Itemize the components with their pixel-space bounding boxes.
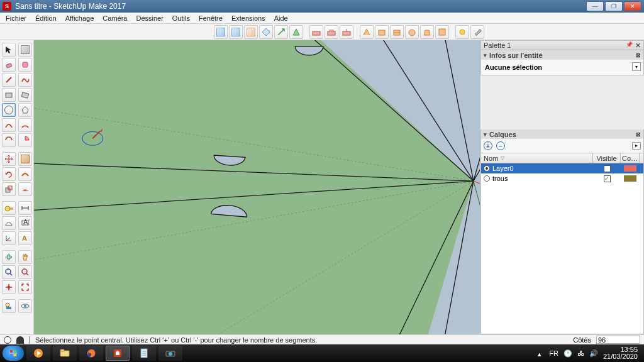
axes-tool-icon[interactable] <box>2 231 16 245</box>
tool-wrench-icon[interactable] <box>470 25 484 39</box>
tool-orange5-icon[interactable] <box>420 25 434 39</box>
circle-tool-icon[interactable] <box>2 103 16 117</box>
tray-overflow-icon[interactable]: ▴ <box>538 350 544 356</box>
taskbar-sketchup-icon[interactable] <box>106 346 130 361</box>
taskbar-camera-icon[interactable] <box>158 346 182 361</box>
tool-orange4-icon[interactable] <box>405 25 419 39</box>
close-button[interactable]: ✕ <box>624 1 641 11</box>
credits-icon[interactable] <box>16 336 24 344</box>
col-visible-header[interactable]: Visible <box>593 153 621 163</box>
start-button[interactable] <box>3 346 24 361</box>
tool-sun-icon[interactable] <box>455 25 469 39</box>
layer-color-swatch[interactable] <box>624 165 636 172</box>
tool-arrow-icon[interactable] <box>274 25 288 39</box>
taskbar-explorer-icon[interactable] <box>53 346 77 361</box>
layer-active-radio[interactable] <box>484 175 490 182</box>
viewport[interactable] <box>34 40 480 334</box>
tool-diamond-icon[interactable] <box>259 25 273 39</box>
menu-view[interactable]: Affichage <box>61 13 99 23</box>
taskbar-firefox-icon[interactable] <box>79 346 103 361</box>
look-tool-icon[interactable] <box>18 299 32 313</box>
col-color-header[interactable]: Co… <box>621 153 640 163</box>
arc2-tool-icon[interactable] <box>18 118 32 132</box>
menu-draw[interactable]: Dessiner <box>131 13 167 23</box>
component-tool-icon[interactable] <box>18 43 32 57</box>
previous-tool-icon[interactable] <box>18 280 32 294</box>
taskbar-notepad-icon[interactable] <box>132 346 156 361</box>
menu-tools[interactable]: Outils <box>168 13 194 23</box>
col-name-header[interactable]: Nom ▽ <box>481 153 593 163</box>
eraser-tool-icon[interactable] <box>2 58 16 72</box>
tool-orange6-icon[interactable] <box>435 25 449 39</box>
arc3-tool-icon[interactable] <box>2 133 16 147</box>
layer-active-radio[interactable] <box>484 165 490 172</box>
zoomwin-tool-icon[interactable] <box>2 280 16 294</box>
layer-color-swatch[interactable] <box>624 175 636 182</box>
tool-redplane-icon[interactable] <box>309 25 323 39</box>
3dtext-tool-icon[interactable]: A <box>18 231 32 245</box>
tape-tool-icon[interactable] <box>2 201 16 215</box>
dimension-tool-icon[interactable] <box>18 201 32 215</box>
rect-tool-icon[interactable] <box>2 88 16 102</box>
add-layer-button[interactable]: + <box>484 141 492 150</box>
tool-orange1-icon[interactable] <box>360 25 374 39</box>
menu-window[interactable]: Fenêtre <box>194 13 227 23</box>
rotrect-tool-icon[interactable] <box>18 88 32 102</box>
menu-edit[interactable]: Édition <box>31 13 61 23</box>
tool-redplane2-icon[interactable] <box>325 25 338 39</box>
tray-volume-icon[interactable]: 🔊 <box>589 349 598 358</box>
tray-network-icon[interactable]: 🖧 <box>577 349 584 357</box>
palette-header[interactable]: Palette 1 📌✕ <box>480 40 644 50</box>
layer-row[interactable]: Layer0 <box>481 163 643 173</box>
tool-box3-icon[interactable] <box>244 25 258 39</box>
entity-close-icon[interactable]: ⊠ <box>636 52 641 58</box>
layers-close-icon[interactable]: ⊠ <box>636 131 641 138</box>
layer-visible-checkbox[interactable] <box>604 165 611 172</box>
select-tool-icon[interactable] <box>2 43 16 57</box>
rotate-tool-icon[interactable] <box>2 167 16 181</box>
offset-tool-icon[interactable] <box>18 182 32 196</box>
zoomext-tool-icon[interactable] <box>18 265 32 279</box>
tray-clock[interactable]: 13:55 21/03/2020 <box>603 346 638 360</box>
taskbar-mediaplayer-icon[interactable] <box>26 346 50 361</box>
tray-lang[interactable]: FR <box>549 349 558 357</box>
menu-camera[interactable]: Caméra <box>98 13 131 23</box>
tool-green-icon[interactable] <box>289 25 303 39</box>
geolocation-icon[interactable] <box>4 336 11 344</box>
move-tool-icon[interactable] <box>2 152 16 166</box>
pie-tool-icon[interactable] <box>18 133 32 147</box>
scale-tool-icon[interactable] <box>2 182 16 196</box>
entity-info-header[interactable]: ▾ Infos sur l'entité ⊠ <box>481 50 643 60</box>
menu-help[interactable]: Aide <box>270 13 292 23</box>
palette-close-icon[interactable]: ✕ <box>635 41 641 50</box>
minimize-button[interactable]: — <box>586 1 604 11</box>
position-camera-tool-icon[interactable] <box>2 299 16 313</box>
maximize-button[interactable]: ❐ <box>605 1 623 11</box>
freehand-tool-icon[interactable] <box>18 73 32 87</box>
menu-extensions[interactable]: Extensions <box>227 13 270 23</box>
vcr-input[interactable] <box>596 336 640 344</box>
layer-menu-button[interactable]: ▸ <box>632 142 641 150</box>
arc-tool-icon[interactable] <box>2 118 16 132</box>
tool-redplane3-icon[interactable] <box>340 25 353 39</box>
line-tool-icon[interactable] <box>2 73 16 87</box>
zoom-tool-icon[interactable] <box>2 265 16 279</box>
tool-orange2-icon[interactable] <box>375 25 389 39</box>
pushpull-tool-icon[interactable] <box>18 152 32 166</box>
tray-clock-icon[interactable]: 🕐 <box>564 349 572 358</box>
layer-row[interactable]: trous ✓ <box>481 173 643 184</box>
orbit-tool-icon[interactable] <box>2 250 16 264</box>
layers-header[interactable]: ▾ Calques ⊠ <box>481 129 643 139</box>
protractor-tool-icon[interactable] <box>2 216 16 230</box>
pan-tool-icon[interactable] <box>18 250 32 264</box>
polygon-tool-icon[interactable] <box>18 103 32 117</box>
tool-orange3-icon[interactable] <box>390 25 404 39</box>
remove-layer-button[interactable]: − <box>496 141 505 150</box>
entity-menu-button[interactable]: ▾ <box>632 62 641 71</box>
followme-tool-icon[interactable] <box>18 167 32 181</box>
palette-pin-icon[interactable]: 📌 <box>626 41 633 50</box>
tool-box2-icon[interactable] <box>229 25 243 39</box>
text-tool-icon[interactable]: A1 <box>18 216 32 230</box>
tool-box1-icon[interactable] <box>214 25 228 39</box>
menu-file[interactable]: Fichier <box>1 13 31 23</box>
